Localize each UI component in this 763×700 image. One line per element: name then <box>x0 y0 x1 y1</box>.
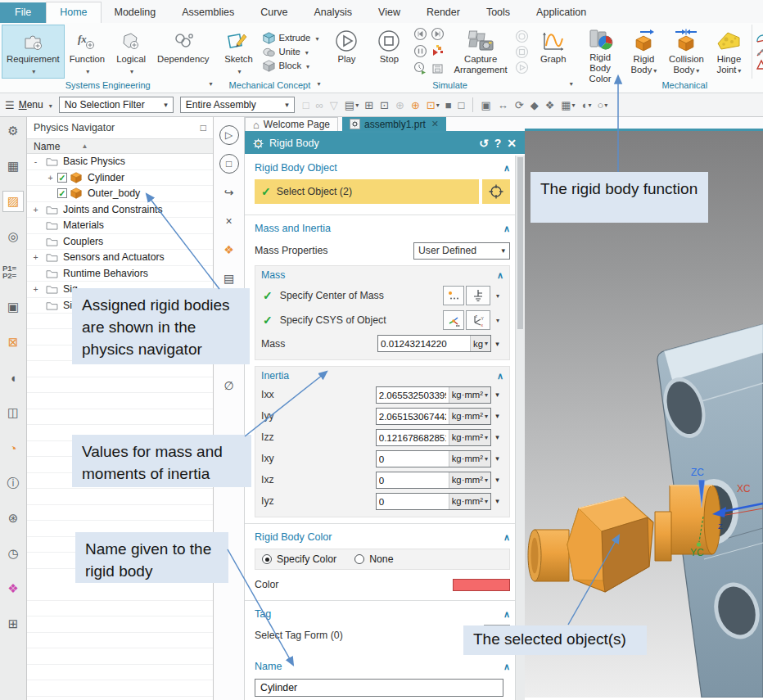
bracket-select-icon[interactable]: ⊞ <box>363 97 376 113</box>
part-navigator-icon[interactable]: ▣ <box>2 296 24 318</box>
tree-expander[interactable]: + <box>32 252 39 262</box>
wireframe-view-icon[interactable]: □ <box>457 97 467 113</box>
capture-save-icon[interactable] <box>430 61 445 75</box>
tab-curve[interactable]: Curve <box>247 2 300 23</box>
tab-file[interactable]: File <box>0 2 46 23</box>
pause-icon[interactable] <box>413 43 427 58</box>
rigid-body-button[interactable]: Rigid Body <box>622 25 665 79</box>
shaded-view-icon[interactable]: ■ <box>444 97 454 113</box>
inertia-value-input[interactable] <box>377 387 449 403</box>
window-rotate-icon[interactable]: ⟳ <box>513 97 526 113</box>
csys-options-caret[interactable] <box>492 310 503 330</box>
scatter-capture-icon[interactable] <box>430 43 445 58</box>
inertia-value-input[interactable] <box>377 451 449 467</box>
mass-value-input[interactable] <box>378 336 470 351</box>
cylinder-view-icon[interactable]: ○▾ <box>595 97 609 113</box>
interpart-link-icon[interactable]: ∞ <box>314 97 326 113</box>
color-swatch[interactable] <box>453 579 510 591</box>
tree-checkbox[interactable] <box>57 173 67 183</box>
point-options-caret[interactable] <box>492 286 503 305</box>
type-filter-icon[interactable]: ▤▾ <box>343 97 360 113</box>
inertia-formula-caret[interactable] <box>491 472 503 489</box>
tab-application[interactable]: Application <box>523 2 599 23</box>
tree-row[interactable]: Materials <box>27 218 213 234</box>
tab-render[interactable]: Render <box>413 2 473 23</box>
menu-button[interactable]: ☰ Menu <box>5 99 52 111</box>
delete-icon[interactable]: × <box>219 211 239 231</box>
inertia-formula-caret[interactable] <box>491 493 503 510</box>
rigid-body-color-button[interactable]: Rigid Body Color <box>578 25 623 79</box>
angle-button[interactable]: Ang <box>756 59 763 70</box>
window-fit-icon[interactable]: ↔ <box>496 97 511 113</box>
inertia-unit-dropdown[interactable]: kg·mm² <box>449 387 490 403</box>
section-rigid-body-object[interactable]: Rigid Body Object <box>255 159 510 177</box>
stop-button[interactable]: Stop <box>368 25 410 79</box>
tab-tools[interactable]: Tools <box>473 2 523 23</box>
visual-reports-icon[interactable]: ❖ <box>2 578 24 599</box>
tree-row[interactable]: Runtime Behaviors <box>27 266 213 282</box>
inertia-unit-dropdown[interactable]: kg·mm² <box>449 430 490 445</box>
none-color-radio[interactable]: None <box>354 553 393 565</box>
collapse-chevron-icon[interactable] <box>503 163 510 174</box>
tab-view[interactable]: View <box>365 2 413 23</box>
tree-row[interactable]: + Sensors and Actuators <box>27 250 213 266</box>
inertia-value-input[interactable] <box>377 494 449 509</box>
group-caret-icon[interactable] <box>209 80 212 88</box>
inertia-unit-dropdown[interactable]: kg·mm² <box>449 409 490 424</box>
customize-icon[interactable]: ⊞ <box>2 613 24 635</box>
rigid-body-name-input[interactable] <box>255 679 503 697</box>
inertia-formula-caret[interactable] <box>491 429 503 446</box>
inferred-point-button[interactable] <box>466 286 490 305</box>
inferred-csys-button[interactable]: zYx <box>466 310 490 330</box>
tab-assembly1[interactable]: assembly1.prt ✕ <box>342 117 446 131</box>
tree-checkbox[interactable] <box>57 188 67 198</box>
collapse-chevron-icon[interactable] <box>497 371 503 382</box>
tree-row[interactable]: Couplers <box>27 234 213 251</box>
sketch-button[interactable]: Sketch <box>217 25 260 79</box>
cube-gear-icon[interactable]: ❖ <box>544 97 558 113</box>
mass-unit-dropdown[interactable]: kg <box>470 336 490 351</box>
inertia-value-input[interactable] <box>377 472 449 488</box>
point-dialog-button[interactable] <box>443 286 464 305</box>
tree-row[interactable]: + Cylinder <box>27 170 213 187</box>
section-rigid-body-color[interactable]: Rigid Body Color <box>255 528 510 546</box>
point-on-face-icon[interactable]: ⊕ <box>409 97 422 113</box>
tree-expander[interactable]: + <box>32 205 39 215</box>
inertia-value-input[interactable] <box>377 409 449 424</box>
assembly-navigator-icon[interactable]: ▦ <box>2 156 24 177</box>
shaded-cube-icon[interactable]: ◆ <box>529 97 541 113</box>
web-browser-icon[interactable]: ⊛ <box>2 508 24 529</box>
mass-properties-dropdown[interactable]: User Defined <box>413 242 510 260</box>
linear-spring-joint-button[interactable]: Line <box>756 46 763 57</box>
requirement-button[interactable]: Requirement <box>2 25 65 79</box>
inertia-formula-caret[interactable] <box>491 450 503 467</box>
grid-window-icon[interactable]: ▦▾ <box>559 97 576 113</box>
graph-button[interactable]: Graph <box>532 25 575 79</box>
history-icon[interactable]: ◷ <box>2 543 24 564</box>
csys-dialog-button[interactable] <box>443 310 464 330</box>
tab-welcome-page[interactable]: Welcome Page <box>245 117 338 131</box>
group-caret-icon[interactable] <box>317 80 320 88</box>
selection-funnel-icon[interactable]: ▽ <box>328 97 341 113</box>
inertia-formula-caret[interactable] <box>491 386 503 404</box>
move-body-icon[interactable]: ❖ <box>219 240 239 260</box>
block-button[interactable]: Block <box>263 60 318 72</box>
extrude-button[interactable]: Extrude <box>263 32 318 44</box>
tree-expander[interactable]: + <box>32 284 39 294</box>
expressions-icon[interactable]: P1= P2= <box>2 261 24 282</box>
window-zoom-icon[interactable]: ▣ <box>479 97 493 113</box>
settings-gear-icon[interactable]: ⚙ <box>2 120 24 142</box>
section-clamp-icon[interactable]: ◖▾ <box>580 97 594 113</box>
dialog-scrollbar[interactable] <box>515 156 525 700</box>
undock-icon[interactable]: □ <box>201 122 206 133</box>
simulation-inspector-icon[interactable]: ◎ <box>2 226 24 247</box>
select-crosshair-button[interactable] <box>481 179 510 204</box>
physics-navigator-icon[interactable]: ▨ <box>2 191 24 212</box>
capture-arrangement-button[interactable]: Capture Arrangement <box>449 25 512 79</box>
tree-expander[interactable]: + <box>47 173 54 183</box>
detail-filter-icon[interactable]: ⊡ <box>378 97 391 113</box>
dialog-title-bar[interactable]: Rigid Body ↺ ? ✕ <box>245 133 525 154</box>
close-tab-icon[interactable]: ✕ <box>431 119 439 129</box>
motion-chart-icon[interactable]: ◔ <box>2 437 24 458</box>
unite-button[interactable]: Unite <box>263 46 318 58</box>
